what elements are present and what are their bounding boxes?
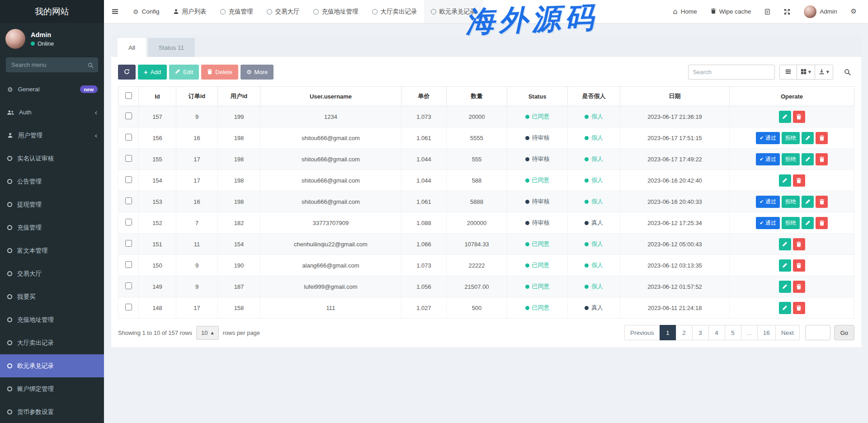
row-delete-button[interactable] [793,238,805,250]
date-cell: 2023-06-16 20:42:40 [620,170,730,191]
page-button-5[interactable]: 5 [725,325,741,340]
home-link[interactable]: ⌂ Home [666,8,704,15]
page-button-16[interactable]: 16 [757,325,776,340]
goto-page-input[interactable] [805,325,830,340]
row-edit-button[interactable] [779,174,791,187]
date-cell: 2023-06-17 21:36:19 [620,106,730,127]
page-button-next[interactable]: Next [775,325,800,340]
sidebar-item[interactable]: 公告管理 [0,170,104,193]
row-checkbox[interactable] [125,304,132,310]
sidebar-item[interactable]: Auth‹ [0,101,104,124]
sidebar-item[interactable]: 充值管理 [0,216,104,239]
row-edit-button[interactable] [802,196,814,208]
sidebar-item[interactable]: 实名认证审核 [0,147,104,170]
row-edit-button[interactable] [779,259,791,272]
row-checkbox[interactable] [125,176,132,183]
approve-button[interactable]: ✔通过 [756,196,780,208]
sidebar-item[interactable]: 用户管理‹ [0,124,104,147]
page-button-1[interactable]: 1 [660,325,676,340]
reject-button[interactable]: 拒绝 [782,196,800,208]
page-button-4[interactable]: 4 [708,325,725,340]
row-checkbox[interactable] [125,240,132,247]
topnav-item[interactable]: 大厅卖出记录 [365,0,424,23]
user-id-cell: 198 [218,191,260,212]
settings-gears-icon[interactable]: ⚙ [844,8,863,15]
refresh-button[interactable] [118,65,136,80]
delete-button[interactable]: Delete [201,65,238,80]
row-edit-button[interactable] [779,238,791,250]
sidebar-item[interactable]: 大厅卖出记录 [0,331,104,354]
approve-button[interactable]: ✔通过 [756,132,780,144]
search-toggle-button[interactable] [844,69,854,75]
row-delete-button[interactable] [793,259,805,272]
row-delete-button[interactable] [793,281,805,293]
export-button[interactable]: ▼ [815,65,833,80]
topnav-item[interactable]: 交易大厅 [260,0,307,23]
row-edit-button[interactable] [779,111,791,123]
reject-button[interactable]: 拒绝 [782,132,800,144]
admin-menu[interactable]: Admin [797,5,844,18]
row-checkbox[interactable] [125,197,132,204]
row-checkbox[interactable] [125,113,132,119]
hamburger-icon[interactable] [104,0,126,23]
select-all-checkbox[interactable] [125,92,132,99]
sidebar-search-input[interactable] [6,57,98,72]
sidebar-item[interactable]: 账户绑定管理 [0,377,104,400]
row-delete-button[interactable] [816,196,828,208]
sidebar-item[interactable]: 交易大厅 [0,262,104,285]
row-delete-button[interactable] [793,111,805,123]
approve-button[interactable]: ✔通过 [756,153,780,165]
sidebar-item-label: General [18,86,40,93]
tab-all[interactable]: All [118,38,146,57]
tab-status-11[interactable]: Status 11 [148,38,195,57]
sidebar-item[interactable]: ⚙Generalnew [0,78,104,101]
row-checkbox[interactable] [125,134,132,141]
wipe-cache-button[interactable]: Wipe cache [704,8,758,15]
reject-button[interactable]: 拒绝 [782,153,800,165]
topnav-item[interactable]: 欧元承兑记录 [424,0,483,23]
topnav-item[interactable]: 充值管理 [213,0,260,23]
sidebar-item[interactable]: 欧元承兑记录 [0,354,104,377]
language-icon[interactable] [758,9,777,15]
sidebar-item[interactable]: 富文本管理 [0,239,104,262]
sidebar-item[interactable]: 我要买 [0,285,104,308]
topnav-item[interactable]: 充值地址管理 [307,0,365,23]
row-edit-button[interactable] [779,281,791,293]
page-button-3[interactable]: 3 [692,325,709,340]
page-button-previous[interactable]: Previous [624,325,660,340]
row-edit-button[interactable] [779,302,791,314]
row-checkbox[interactable] [125,155,132,162]
row-delete-button[interactable] [793,302,805,314]
row-edit-button[interactable] [802,132,814,144]
search-icon[interactable] [88,62,94,70]
topnav-item-label: 充值管理 [229,8,253,16]
approve-button[interactable]: ✔通过 [756,217,780,229]
sidebar-item[interactable]: 充值地址管理 [0,308,104,331]
row-checkbox[interactable] [125,282,132,289]
toggle-view-button[interactable] [779,65,797,80]
reject-button[interactable]: 拒绝 [782,217,800,229]
table-search-input[interactable] [688,65,775,80]
edit-button[interactable]: Edit [169,65,199,80]
row-delete-button[interactable] [816,132,828,144]
sidebar-item[interactable]: 提现管理 [0,193,104,216]
row-delete-button[interactable] [816,153,828,165]
status-label: 假人 [591,113,603,121]
add-button[interactable]: + Add [138,65,167,80]
row-delete-button[interactable] [793,174,805,187]
row-checkbox[interactable] [125,261,132,268]
row-delete-button[interactable] [816,217,828,229]
page-button-2[interactable]: 2 [676,325,693,340]
row-edit-button[interactable] [802,153,814,165]
go-button[interactable]: Go [834,325,854,340]
row-edit-button[interactable] [802,217,814,229]
fullscreen-icon[interactable] [777,9,797,15]
more-button[interactable]: ⚙ More [241,65,274,80]
sidebar-item[interactable]: 货币参数设置 [0,400,104,423]
order-id-cell: 17 [176,297,218,319]
row-checkbox[interactable] [125,219,132,226]
columns-button[interactable]: ▼ [797,65,815,80]
page-size-dropdown[interactable]: 10 ▲ [196,326,219,340]
topnav-item[interactable]: 用户列表 [166,0,213,23]
topnav-item[interactable]: ⚙Config [126,0,166,23]
